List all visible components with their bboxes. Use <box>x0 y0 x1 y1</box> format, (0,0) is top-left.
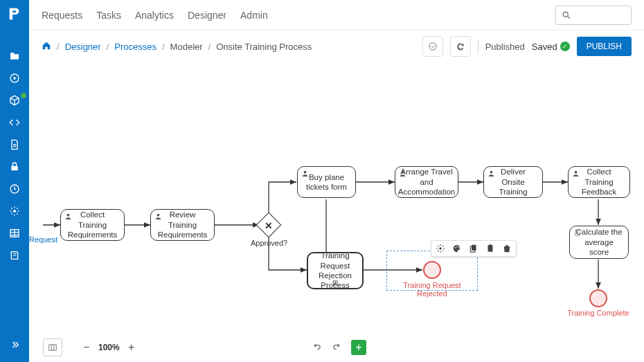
zoom-out-button[interactable]: − <box>80 341 93 354</box>
svg-point-14 <box>67 214 70 217</box>
subprocess-icon: ⊞ <box>332 279 338 288</box>
svg-point-6 <box>429 43 436 51</box>
svg-point-21 <box>455 247 456 248</box>
nav-designer[interactable]: Designer <box>188 10 226 21</box>
zoom-value: 100% <box>98 343 120 352</box>
zoom-in-button[interactable]: + <box>125 341 138 354</box>
user-icon <box>572 170 580 179</box>
search-input[interactable] <box>555 6 632 25</box>
play-icon[interactable] <box>0 68 29 89</box>
trash-icon[interactable] <box>502 244 512 253</box>
svg-rect-24 <box>472 245 476 251</box>
clock-icon[interactable] <box>0 179 29 199</box>
user-icon <box>64 212 72 222</box>
end-event-complete[interactable] <box>589 289 607 307</box>
app-logo <box>5 4 24 24</box>
crumb-processes[interactable]: Processes <box>114 42 156 52</box>
crumb-modeler: Modeler <box>170 42 203 52</box>
task-calculate-score[interactable]: Calculate the average score <box>569 226 629 259</box>
task-arrange-travel[interactable]: Arrange Travel and Accommodation <box>395 166 458 198</box>
svg-rect-26 <box>488 245 493 251</box>
book-icon[interactable] <box>0 245 29 266</box>
lock-icon[interactable] <box>0 156 29 177</box>
publish-button[interactable]: PUBLISH <box>577 37 632 56</box>
context-toolbar <box>431 240 517 257</box>
redo-button[interactable] <box>332 342 341 354</box>
user-icon <box>488 170 495 179</box>
table-icon[interactable] <box>0 223 29 244</box>
add-button[interactable]: + <box>351 340 366 355</box>
svg-point-5 <box>563 12 568 17</box>
svg-rect-1 <box>11 166 17 171</box>
svg-point-20 <box>439 247 442 250</box>
undo-button[interactable] <box>312 342 322 354</box>
task-review-requirements[interactable]: Review Training Requirements <box>150 209 215 241</box>
svg-point-17 <box>402 171 404 174</box>
sidebar <box>0 0 29 362</box>
crumb-designer[interactable]: Designer <box>65 42 101 52</box>
user-icon <box>399 170 406 179</box>
gear-icon[interactable] <box>0 201 29 221</box>
task-collect-feedback[interactable]: Collect Training Feedback <box>568 166 630 198</box>
task-collect-requirements[interactable]: Collect Training Requirements <box>60 209 125 241</box>
svg-point-23 <box>458 247 459 248</box>
bottom-toolbar: − 100% + + <box>43 337 636 358</box>
end-label-complete: Training Complete <box>564 309 633 317</box>
process-canvas[interactable]: Request Collect Training Requirements <box>43 69 636 334</box>
crumb-current: Onsite Training Process <box>216 42 312 52</box>
user-icon <box>154 212 162 222</box>
search-icon <box>562 10 571 20</box>
gateway-label: Approved? <box>251 239 287 247</box>
check-icon: ✓ <box>560 42 570 51</box>
refresh-button[interactable] <box>450 36 471 57</box>
status-saved: Saved✓ <box>532 42 570 52</box>
home-icon[interactable] <box>42 41 51 53</box>
svg-point-18 <box>490 171 493 174</box>
task-deliver-training[interactable]: Deliver Onsite Training <box>483 166 543 198</box>
svg-point-15 <box>157 214 160 217</box>
nav-tasks[interactable]: Tasks <box>96 10 121 21</box>
code-icon[interactable] <box>0 112 29 133</box>
top-nav: Requests Tasks Analytics Designer Admin <box>29 0 644 30</box>
svg-rect-27 <box>489 244 492 246</box>
paste-icon[interactable] <box>485 244 495 253</box>
expand-icon[interactable] <box>0 334 29 355</box>
task-rejection-process[interactable]: Training Request Rejection Process ⊞ <box>307 252 364 289</box>
gateway-approved[interactable]: ✕ <box>256 212 282 238</box>
user-icon <box>301 170 309 179</box>
validate-button[interactable] <box>422 36 443 57</box>
svg-point-16 <box>304 171 307 174</box>
nav-admin[interactable]: Admin <box>240 10 268 21</box>
folder-icon[interactable] <box>0 46 29 66</box>
breadcrumb-row: / Designer / Processes / Modeler / Onsit… <box>29 30 644 62</box>
document-icon[interactable] <box>0 134 29 155</box>
task-buy-tickets[interactable]: Buy plane tickets form <box>297 166 356 198</box>
status-published: Published <box>485 42 525 52</box>
svg-rect-28 <box>49 345 57 350</box>
cube-icon[interactable] <box>0 90 29 111</box>
gear-icon[interactable] <box>436 244 445 253</box>
svg-point-3 <box>13 210 16 212</box>
nav-requests[interactable]: Requests <box>42 10 82 21</box>
start-label: Request <box>29 235 57 244</box>
svg-point-22 <box>456 246 458 247</box>
palette-icon[interactable] <box>452 244 462 253</box>
svg-point-19 <box>575 171 578 174</box>
minimap-button[interactable] <box>43 338 62 356</box>
copy-icon[interactable] <box>469 244 478 253</box>
script-icon <box>573 229 581 239</box>
nav-analytics[interactable]: Analytics <box>135 10 174 21</box>
